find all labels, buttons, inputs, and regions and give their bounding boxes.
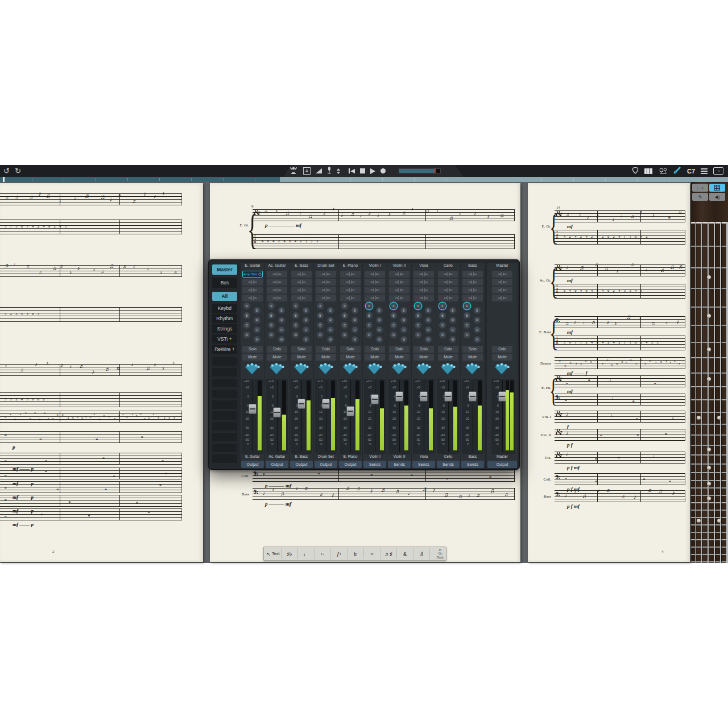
guitar-string[interactable] <box>701 222 702 563</box>
knob-b[interactable]: B <box>317 312 324 319</box>
fx-slot[interactable] <box>242 295 263 301</box>
knob-e[interactable]: E <box>278 307 285 314</box>
fx-slot[interactable] <box>492 279 512 286</box>
solo-button[interactable]: Solo <box>291 346 312 353</box>
mute-button[interactable]: Mute <box>389 354 410 361</box>
fretboard-button-audio[interactable]: ◀) <box>709 193 725 201</box>
pan-control[interactable] <box>415 362 433 377</box>
fx-slot[interactable] <box>389 279 410 286</box>
fx-slot[interactable] <box>340 287 361 293</box>
knob-g[interactable]: G <box>351 326 358 333</box>
guitar-string[interactable] <box>695 222 696 563</box>
knob-h[interactable]: H <box>278 336 285 343</box>
mixer-filter-all[interactable]: All <box>212 292 237 301</box>
fx-slot[interactable] <box>492 271 512 278</box>
play-button[interactable] <box>370 168 375 174</box>
knob-f[interactable]: F <box>425 317 432 324</box>
playback-progress[interactable] <box>399 168 441 173</box>
knob-a[interactable]: A <box>439 303 446 309</box>
fx-slot[interactable] <box>492 295 512 301</box>
knob-b[interactable]: B <box>415 312 421 319</box>
mixer-filter-keybd[interactable]: Keybd <box>212 304 237 313</box>
knob-c[interactable]: C <box>390 322 397 329</box>
solo-button[interactable]: Solo <box>462 346 483 353</box>
route-button[interactable]: Sends <box>363 461 386 468</box>
fx-slot[interactable] <box>316 279 336 286</box>
solo-button[interactable]: Solo <box>492 346 512 353</box>
fretboard-button-notation-view[interactable]: ♩♪ <box>692 184 708 192</box>
knob-g[interactable]: G <box>474 326 481 333</box>
knob-e[interactable]: E <box>400 307 407 314</box>
knob-b[interactable]: B <box>390 312 397 319</box>
mixer-filter-rhythm[interactable]: Rhythm <box>212 314 237 323</box>
route-button[interactable]: Output <box>290 461 313 468</box>
timeline-scrubber[interactable] <box>0 177 728 182</box>
fx-slot[interactable] <box>291 279 312 286</box>
pan-control[interactable] <box>317 362 335 377</box>
solo-button[interactable]: Solo <box>267 346 287 353</box>
mixer-filter-vsti[interactable]: VSTi + <box>212 334 237 344</box>
palette-repeat-barline[interactable]: :‖ <box>413 548 430 559</box>
palette-accidentals[interactable]: ♯♭ <box>282 548 298 559</box>
mute-button[interactable]: Mute <box>438 354 458 361</box>
mixer-filter-rewire[interactable]: ReWire + <box>212 345 237 354</box>
piano-view-icon[interactable] <box>644 168 653 174</box>
fx-slot[interactable] <box>267 279 287 286</box>
route-button[interactable]: Output <box>339 461 362 468</box>
pan-control[interactable] <box>292 362 311 377</box>
record-button[interactable] <box>380 168 386 173</box>
fx-slot[interactable] <box>365 279 385 286</box>
mute-button[interactable]: Mute <box>462 354 483 361</box>
chord-display[interactable]: C7 <box>687 168 695 175</box>
mute-button[interactable]: Mute <box>242 354 263 361</box>
knob-e[interactable]: E <box>303 307 309 314</box>
redo-button[interactable]: ↻ <box>15 165 21 177</box>
mute-button[interactable]: Mute <box>492 354 512 361</box>
knob-h[interactable]: H <box>351 336 358 343</box>
knob-g[interactable]: G <box>278 326 285 333</box>
knob-c[interactable]: C <box>268 322 275 329</box>
score-page-left[interactable]: 2 ♫♫♬♪♫♩♪♬♫♩♫♫♪♪♪3 7 5 6 7 4 2 4 0 2 4 5… <box>0 183 203 562</box>
knob-a[interactable]: A <box>341 303 348 309</box>
knob-g[interactable]: G <box>400 326 407 333</box>
knob-d[interactable]: D <box>439 332 446 338</box>
fx-slot[interactable] <box>438 279 458 286</box>
fx-slot[interactable] <box>462 279 483 286</box>
knob-b[interactable]: B <box>292 312 299 319</box>
knob-c[interactable]: C <box>341 322 348 329</box>
undo-button[interactable]: ↺ <box>3 165 10 177</box>
pan-control[interactable] <box>390 362 408 377</box>
knob-b[interactable]: B <box>464 312 470 319</box>
route-button[interactable]: Output <box>315 461 337 468</box>
palette-guitar-effect[interactable]: ≈ <box>364 548 380 559</box>
knob-d[interactable]: D <box>317 332 324 338</box>
route-button[interactable]: Sends <box>437 461 460 468</box>
knob-b[interactable]: B <box>268 312 275 319</box>
playhead-marker[interactable] <box>3 177 5 182</box>
palette-articulation[interactable]: ›· <box>315 548 331 559</box>
knob-f[interactable]: F <box>474 317 481 324</box>
fader-handle[interactable] <box>444 391 452 402</box>
knob-d[interactable]: D <box>390 332 397 338</box>
mixer-toggle-icon[interactable]: ↑↓ <box>713 167 723 175</box>
solo-button[interactable]: Solo <box>340 346 361 353</box>
fx-slot[interactable] <box>242 287 263 293</box>
knob-g[interactable]: G <box>254 326 260 333</box>
route-button[interactable]: Sends <box>388 461 411 468</box>
knob-e[interactable]: E <box>376 307 383 314</box>
knob-e[interactable]: E <box>254 307 260 314</box>
pan-control[interactable] <box>366 362 384 377</box>
knob-c[interactable]: C <box>292 322 299 329</box>
pan-control[interactable] <box>341 362 359 377</box>
fx-slot[interactable] <box>413 295 434 301</box>
palette-dynamics[interactable]: ƒ‹ <box>331 548 348 559</box>
route-button[interactable]: Sends <box>412 461 435 468</box>
stop-button[interactable] <box>360 168 365 173</box>
fx-slot[interactable] <box>242 279 263 286</box>
route-button[interactable]: Output <box>241 461 264 468</box>
knob-e[interactable]: E <box>474 307 481 314</box>
knob-g[interactable]: G <box>376 326 383 333</box>
fader-handle[interactable] <box>346 406 354 416</box>
knob-b[interactable]: B <box>366 312 373 319</box>
palette-grace-note[interactable]: ♬♯ <box>380 548 397 559</box>
